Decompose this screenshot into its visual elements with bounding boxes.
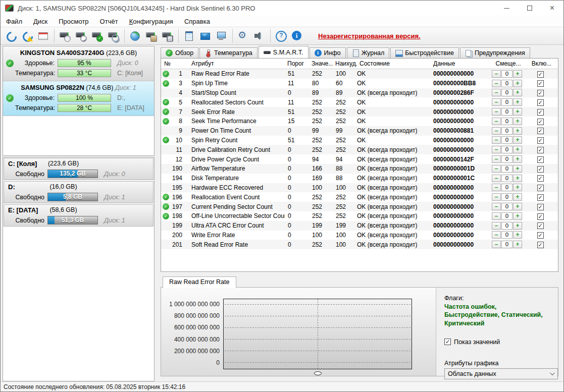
offset-increase-button[interactable]: + (513, 203, 522, 210)
disk-performance-icon[interactable] (54, 29, 72, 43)
table-row[interactable]: ✓ 195 Hardware ECC Recovered 0 100 100 O… (161, 183, 558, 193)
offset-increase-button[interactable]: + (513, 136, 522, 144)
enabled-checkbox[interactable] (537, 213, 544, 220)
enabled-checkbox[interactable] (537, 194, 544, 201)
unregistered-version-link[interactable]: Незарегистрированная версия. (318, 32, 421, 40)
partition-entry[interactable]: D: (16,0 GB) Свободно 5,8 GB Диск: 1 (4, 181, 153, 203)
chart-attribute-tab[interactable]: Raw Read Error Rate (163, 276, 236, 288)
disk-entry[interactable]: KINGSTON SA400S37240G (223,6 GB) ✓ Здоро… (3, 46, 154, 81)
maximize-button[interactable] (518, 1, 541, 16)
tab[interactable]: Инфо (310, 47, 346, 58)
table-row[interactable]: ✓ 190 Airflow Temperature 0 166 88 OK (в… (161, 164, 558, 174)
offset-decrease-button[interactable]: – (492, 136, 501, 144)
enabled-checkbox[interactable] (537, 99, 544, 106)
partition-entry[interactable]: C: [Коля] (223,6 GB) Свободно 135,2 GB Д… (4, 158, 153, 180)
enabled-checkbox[interactable] (537, 109, 544, 116)
menu-item[interactable]: Диск (28, 17, 53, 26)
enabled-checkbox[interactable] (537, 71, 544, 78)
offset-increase-button[interactable]: + (513, 222, 522, 230)
enabled-checkbox[interactable] (537, 156, 544, 163)
offset-increase-button[interactable]: + (513, 175, 522, 182)
offset-decrease-button[interactable]: – (492, 231, 501, 239)
enabled-checkbox[interactable] (537, 232, 544, 239)
show-values-checkbox[interactable] (444, 339, 451, 345)
enabled-checkbox[interactable] (537, 147, 544, 153)
tab[interactable]: S.M.A.R.T. (259, 46, 309, 58)
offset-increase-button[interactable]: + (513, 193, 522, 201)
mail-icon[interactable] (197, 29, 213, 43)
offset-increase-button[interactable]: + (513, 118, 522, 125)
menu-item[interactable]: Файл (1, 17, 28, 26)
offset-increase-button[interactable]: + (513, 80, 522, 87)
offset-decrease-button[interactable]: – (492, 184, 501, 191)
sound-icon[interactable] (251, 29, 267, 43)
table-row[interactable]: ✓ 9 Power On Time Count 0 99 99 OK (всег… (161, 126, 558, 136)
table-row[interactable]: ✓ 11 Drive Calibration Retry Count 0 252… (161, 145, 558, 154)
tab[interactable]: Быстродействие (390, 47, 459, 58)
remote-monitor-icon[interactable] (214, 29, 229, 43)
disk-test-icon[interactable] (89, 29, 105, 43)
table-row[interactable]: ✓ 10 Spin Retry Count 51 252 252 OK 0000… (161, 136, 558, 145)
table-row[interactable]: ✓ 8 Seek Time Performance 15 252 252 OK … (161, 117, 558, 126)
table-row[interactable]: ✓ 201 Soft Read Error Rate 0 252 100 OK … (161, 240, 558, 249)
enabled-checkbox[interactable] (537, 166, 544, 173)
offset-increase-button[interactable]: + (513, 127, 522, 135)
about-icon[interactable] (289, 29, 304, 43)
table-row[interactable]: ✓ 200 Write Error Rate 0 100 100 OK (все… (161, 231, 558, 240)
offset-increase-button[interactable]: + (513, 241, 522, 248)
offset-decrease-button[interactable]: – (492, 146, 501, 153)
settings-icon[interactable] (232, 29, 250, 43)
menu-item[interactable]: Отчёт (94, 17, 124, 26)
offset-increase-button[interactable]: + (513, 146, 522, 153)
table-row[interactable]: ✓ 196 Reallocation Event Count 0 252 252… (161, 192, 558, 202)
offset-increase-button[interactable]: + (513, 165, 522, 173)
enabled-checkbox[interactable] (537, 80, 544, 87)
offset-increase-button[interactable]: + (513, 89, 522, 96)
partition-entry[interactable]: E: [DATA] (58,6 GB) Свободно 51,3 GB Дис… (4, 204, 153, 227)
offset-decrease-button[interactable]: – (492, 127, 501, 135)
table-row[interactable]: ✓ 3 Spin Up Time 11 80 60 OK 000000000BB… (161, 79, 558, 88)
menu-item[interactable]: Просмотр (53, 17, 94, 26)
offset-decrease-button[interactable]: – (492, 165, 501, 173)
disk-surface-test-icon[interactable] (106, 29, 121, 43)
offset-decrease-button[interactable]: – (492, 212, 501, 220)
offset-increase-button[interactable]: + (513, 70, 522, 78)
offset-decrease-button[interactable]: – (492, 203, 501, 210)
table-row[interactable]: ✓ 197 Current Pending Sector Count 0 252… (161, 202, 558, 211)
network-disk-icon[interactable] (124, 29, 142, 43)
table-row[interactable]: ✓ 5 Reallocated Sectors Count 11 252 252… (161, 97, 558, 107)
close-button[interactable]: × (541, 1, 563, 16)
enabled-checkbox[interactable] (537, 137, 544, 144)
help-icon[interactable] (270, 29, 288, 43)
enabled-checkbox[interactable] (537, 175, 544, 182)
offset-decrease-button[interactable]: – (492, 70, 501, 78)
offset-increase-button[interactable]: + (513, 231, 522, 239)
offset-decrease-button[interactable]: – (492, 175, 501, 182)
table-row[interactable]: ✓ 4 Start/Stop Count 0 89 89 OK (всегда … (161, 88, 558, 98)
offset-increase-button[interactable]: + (513, 155, 522, 163)
offset-decrease-button[interactable]: – (492, 241, 501, 248)
report-icon[interactable] (35, 29, 50, 43)
offset-decrease-button[interactable]: – (492, 89, 501, 96)
offset-decrease-button[interactable]: – (492, 222, 501, 230)
offset-decrease-button[interactable]: – (492, 80, 501, 87)
enabled-checkbox[interactable] (537, 128, 544, 134)
menu-item[interactable]: Справка (179, 17, 216, 26)
tab[interactable]: Температура (199, 47, 258, 58)
tab[interactable]: Журнал (347, 47, 390, 58)
graph-attributes-select[interactable]: Область данных (444, 368, 558, 379)
disk-schedule-icon[interactable] (73, 29, 88, 43)
enabled-checkbox[interactable] (537, 204, 544, 210)
offset-decrease-button[interactable]: – (492, 118, 501, 125)
table-row[interactable]: ✓ 198 Off-Line Uncorrectable Sector Coun… (161, 211, 558, 221)
enabled-checkbox[interactable] (537, 90, 544, 96)
disk-tools-icon[interactable] (143, 29, 159, 43)
chart-scroll-handle[interactable] (314, 371, 322, 375)
enabled-checkbox[interactable] (537, 242, 544, 248)
enabled-checkbox[interactable] (537, 185, 544, 191)
table-row[interactable]: ✓ 194 Disk Temperature 0 169 88 OK (всег… (161, 174, 558, 183)
offset-increase-button[interactable]: + (513, 184, 522, 191)
table-row[interactable]: ✓ 7 Seek Error Rate 51 252 252 OK 000000… (161, 107, 558, 117)
offset-increase-button[interactable]: + (513, 98, 522, 106)
minimize-button[interactable] (495, 1, 518, 16)
